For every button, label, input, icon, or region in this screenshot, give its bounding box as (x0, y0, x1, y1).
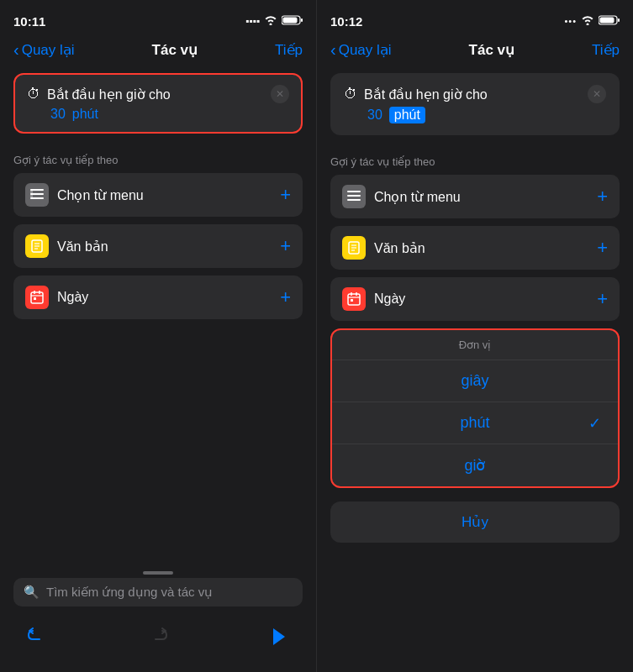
undo-button[interactable] (27, 627, 47, 651)
suggestion-item-menu-right[interactable]: Chọn từ menu + (330, 175, 620, 218)
suggestion-label-menu: Chọn từ menu (57, 187, 144, 203)
suggestion-item-date-left[interactable]: Ngày + (13, 276, 303, 319)
note-icon (25, 234, 49, 258)
battery-icon (282, 15, 303, 28)
picker-option-hours: giờ (464, 456, 485, 475)
menu-icon-right (342, 185, 366, 208)
svg-rect-15 (34, 297, 36, 300)
search-placeholder: Tìm kiếm ứng dụng và tác vụ (46, 585, 213, 600)
svg-rect-31 (351, 299, 353, 302)
picker-header: Đơn vị (332, 330, 618, 360)
picker-row-seconds[interactable]: giây (332, 360, 618, 402)
add-date-button[interactable]: + (280, 286, 291, 308)
add-menu-button-right[interactable]: + (597, 186, 608, 207)
signal-dots-icon: ••• (564, 16, 577, 26)
picker-row-hours[interactable]: giờ (332, 444, 618, 486)
chevron-left-icon: ‹ (13, 40, 19, 60)
nav-title-left: Tác vụ (152, 41, 198, 59)
suggestion-left-date-right: Ngày (342, 287, 405, 311)
close-icon-right: ✕ (593, 88, 601, 100)
add-menu-button[interactable]: + (280, 184, 291, 206)
task-card-close-left[interactable]: ✕ (271, 85, 289, 103)
suggestion-label-menu-right: Chọn từ menu (374, 189, 461, 205)
svg-rect-22 (347, 199, 361, 201)
task-card-header-left: ⏱ Bắt đầu hẹn giờ cho ✕ (27, 85, 289, 103)
scroll-indicator-left (143, 571, 173, 575)
section-label-right: Gợi ý tác vụ tiếp theo (317, 142, 633, 175)
suggestion-label-note: Văn bản (57, 239, 108, 255)
close-icon: ✕ (276, 88, 284, 100)
picker-option-minutes: phút (460, 414, 489, 432)
svg-rect-19 (618, 18, 620, 22)
suggestion-left-note: Văn bản (25, 234, 108, 258)
suggestion-item-menu-left[interactable]: Chọn từ menu + (13, 173, 303, 217)
calendar-icon-right (342, 287, 366, 311)
section-label-left: Gợi ý tác vụ tiếp theo (0, 140, 316, 173)
svg-rect-1 (283, 17, 298, 23)
picker-row-minutes[interactable]: phút ✓ (332, 402, 618, 444)
calendar-icon (25, 286, 49, 309)
add-date-button-right[interactable]: + (597, 288, 608, 310)
param-number-left: 30 (50, 107, 66, 122)
task-card-left[interactable]: ⏱ Bắt đầu hẹn giờ cho ✕ 30 phút (13, 73, 303, 134)
battery-icon-right (599, 15, 620, 28)
checkmark-icon: ✓ (588, 414, 601, 433)
add-note-button-right[interactable]: + (597, 237, 608, 259)
note-icon-right (342, 236, 366, 260)
status-icons-left: ▪▪▪▪ (245, 15, 303, 28)
status-bar-right: 10:12 ••• (317, 0, 633, 37)
redo-button[interactable] (148, 627, 168, 651)
suggestion-label-date: Ngày (57, 290, 88, 305)
suggestion-left-menu: Chọn từ menu (25, 183, 144, 207)
task-card-header-right: ⏱ Bắt đầu hẹn giờ cho ✕ (344, 85, 606, 103)
back-button-left[interactable]: ‹ Quay lại (13, 40, 75, 60)
nav-bar-left: ‹ Quay lại Tác vụ Tiếp (0, 37, 316, 66)
bottom-toolbar-left (0, 620, 316, 672)
suggestion-item-note-right[interactable]: Văn bản + (330, 226, 620, 270)
task-card-params-left: 30 phút (27, 107, 289, 122)
suggestion-left-date: Ngày (25, 286, 88, 309)
status-time-left: 10:11 (13, 14, 45, 29)
param-unit-right[interactable]: phút (389, 107, 425, 123)
svg-marker-16 (273, 628, 285, 645)
signal-icon: ▪▪▪▪ (245, 15, 260, 27)
cancel-button[interactable]: Hủy (330, 501, 620, 543)
svg-rect-20 (347, 191, 361, 192)
wifi-icon (264, 15, 277, 28)
task-card-close-right[interactable]: ✕ (588, 85, 606, 103)
suggestion-label-note-right: Văn bản (374, 240, 425, 256)
suggestion-item-note-left[interactable]: Văn bản + (13, 224, 303, 268)
param-number-right: 30 (367, 108, 382, 123)
task-card-title-left: ⏱ Bắt đầu hẹn giờ cho (27, 87, 171, 102)
back-button-right[interactable]: ‹ Quay lại (330, 40, 392, 60)
suggestion-label-date-right: Ngày (374, 291, 405, 307)
picker-panel: Đơn vị giây phút ✓ giờ (330, 328, 620, 488)
search-icon: 🔍 (24, 585, 40, 600)
wifi-icon-right (581, 15, 594, 28)
svg-rect-6 (30, 189, 33, 199)
left-screen: 10:11 ▪▪▪▪ ‹ Quay lại Tác vụ Tiếp (0, 0, 317, 672)
timer-icon-right: ⏱ (344, 87, 357, 102)
suggestion-left-note-right: Văn bản (342, 236, 425, 260)
nav-title-right: Tác vụ (469, 41, 514, 59)
menu-icon (25, 183, 49, 207)
svg-rect-18 (600, 17, 615, 23)
right-screen: 10:12 ••• ‹ Quay lại Tác vụ Tiếp (317, 0, 633, 672)
picker-option-seconds: giây (461, 372, 488, 390)
status-time-right: 10:12 (330, 14, 362, 29)
status-bar-left: 10:11 ▪▪▪▪ (0, 0, 316, 37)
chevron-left-icon-right: ‹ (330, 40, 336, 60)
nav-bar-right: ‹ Quay lại Tác vụ Tiếp (317, 37, 633, 66)
svg-rect-27 (348, 294, 360, 305)
task-card-params-right: 30 phút (344, 107, 606, 123)
search-bar-left[interactable]: 🔍 Tìm kiếm ứng dụng và tác vụ (13, 578, 303, 606)
nav-action-left[interactable]: Tiếp (275, 41, 303, 59)
timer-icon: ⏱ (27, 87, 40, 102)
nav-action-right[interactable]: Tiếp (592, 41, 620, 59)
svg-rect-11 (31, 292, 43, 303)
svg-rect-2 (301, 18, 303, 22)
play-button[interactable] (269, 627, 289, 652)
task-card-right[interactable]: ⏱ Bắt đầu hẹn giờ cho ✕ 30 phút (330, 73, 620, 135)
suggestion-item-date-right[interactable]: Ngày + (330, 277, 620, 321)
add-note-button[interactable]: + (280, 235, 291, 257)
